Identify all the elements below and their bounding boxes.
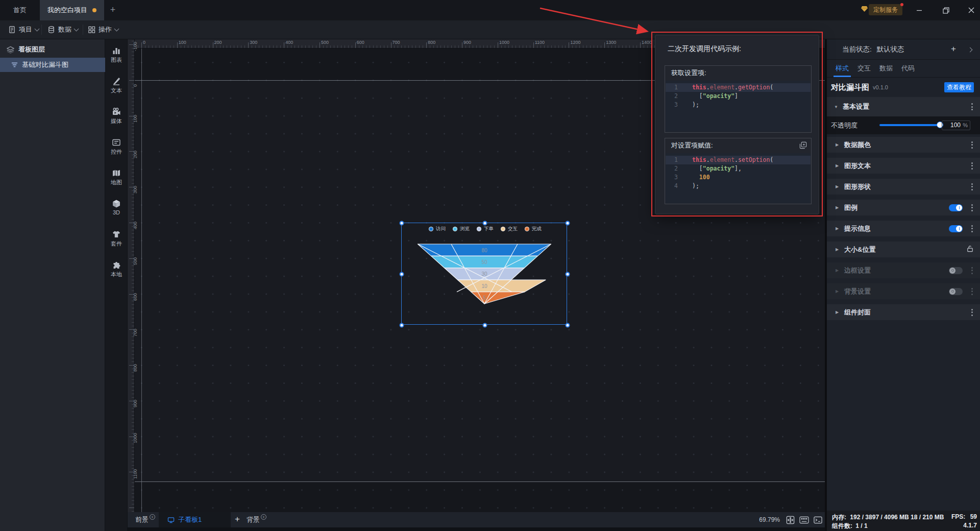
- selection-handle[interactable]: [566, 323, 570, 328]
- fit-view-button[interactable]: [785, 515, 795, 524]
- toolbar-item-media[interactable]: 媒体: [105, 107, 128, 125]
- selection-handle[interactable]: [566, 272, 570, 277]
- maximize-button[interactable]: [938, 3, 953, 17]
- caret-right-icon[interactable]: ▶: [836, 268, 841, 273]
- legend-item[interactable]: 访问: [429, 226, 446, 232]
- section-row-3[interactable]: ▶图形形状: [827, 179, 980, 195]
- add-background-icon[interactable]: +: [261, 514, 266, 520]
- caret-right-icon[interactable]: ▶: [836, 205, 841, 210]
- selection-handle[interactable]: [400, 221, 404, 226]
- toolbar-item-bar-chart[interactable]: 图表: [105, 46, 128, 64]
- gem-icon[interactable]: [861, 5, 868, 15]
- toolbar-item-widget[interactable]: 控件: [105, 138, 128, 156]
- menu-project[interactable]: 项目: [8, 20, 39, 39]
- tab-home[interactable]: 首页: [0, 0, 40, 20]
- caret-right-icon[interactable]: ▶: [836, 310, 841, 315]
- opacity-value-box[interactable]: 100 %: [942, 120, 970, 130]
- v-ruler-label: 200: [133, 151, 138, 158]
- selection-handle[interactable]: [400, 323, 404, 328]
- legend-item[interactable]: 完成: [525, 226, 542, 232]
- caret-right-icon[interactable]: ▶: [836, 184, 841, 189]
- section-row-2[interactable]: ▶图形文本: [827, 158, 980, 174]
- section-row-7[interactable]: ▶边框设置: [827, 262, 980, 278]
- kebab-menu-icon[interactable]: [970, 224, 974, 233]
- toolbar-item-kit[interactable]: 套件: [105, 230, 128, 248]
- h-ruler-label: 600: [357, 40, 364, 45]
- section-row-5[interactable]: ▶提示信息: [827, 221, 980, 236]
- basic-settings-row[interactable]: ▼ 基本设置: [827, 97, 980, 116]
- add-state-button[interactable]: +: [948, 39, 959, 60]
- add-board-button[interactable]: +: [231, 512, 243, 527]
- kebab-menu-icon[interactable]: [970, 102, 974, 111]
- media-icon: [105, 107, 128, 116]
- kebab-menu-icon[interactable]: [970, 308, 974, 317]
- custom-service-badge[interactable]: 定制服务: [869, 4, 902, 15]
- settings-tab-2[interactable]: 交互: [857, 60, 871, 77]
- bar-chart-icon: [105, 46, 128, 55]
- section-toggle[interactable]: [949, 225, 963, 232]
- foreground-label[interactable]: 前景+: [135, 512, 155, 527]
- toolbar-item-map[interactable]: 地图: [105, 168, 128, 186]
- section-row-8[interactable]: ▶背景设置: [827, 283, 980, 299]
- section-toggle[interactable]: [949, 204, 963, 211]
- close-button[interactable]: [964, 3, 979, 17]
- new-tab-button[interactable]: +: [107, 5, 118, 16]
- caret-right-icon[interactable]: ▶: [836, 247, 841, 252]
- shortcut-keys-button[interactable]: [799, 515, 809, 524]
- layer-item-funnel[interactable]: 基础对比漏斗图: [0, 58, 105, 72]
- toolbar-item-puzzle[interactable]: 本地: [105, 260, 128, 278]
- section-toggle[interactable]: [949, 288, 963, 295]
- kebab-menu-icon[interactable]: [970, 140, 974, 150]
- settings-tab-4[interactable]: 代码: [901, 60, 915, 77]
- app-window: 首页 我的空白项目 + 定制服务 项目: [0, 0, 980, 531]
- basic-settings-label: 基本设置: [843, 102, 869, 111]
- funnel-chart-widget[interactable]: 805030105 访问浏览下单交互完成: [401, 223, 567, 325]
- minimize-button[interactable]: [912, 3, 927, 17]
- kebab-menu-icon[interactable]: [970, 161, 974, 171]
- kebab-menu-icon[interactable]: [970, 266, 974, 275]
- selection-handle[interactable]: [566, 221, 570, 226]
- selection-handle[interactable]: [482, 221, 487, 226]
- opacity-slider[interactable]: [879, 124, 940, 126]
- chevron-right-icon[interactable]: [968, 47, 973, 53]
- caret-right-icon[interactable]: ▶: [836, 142, 841, 147]
- legend-item[interactable]: 交互: [501, 226, 518, 232]
- legend-item[interactable]: 浏览: [453, 226, 470, 232]
- funnel-layer-icon: [11, 62, 18, 68]
- section-row-9[interactable]: ▶组件封面: [827, 304, 980, 320]
- selection-handle[interactable]: [400, 272, 404, 277]
- layers-icon: [7, 46, 14, 54]
- section-toggle[interactable]: [949, 267, 963, 274]
- caret-right-icon[interactable]: ▶: [836, 163, 841, 168]
- menu-action[interactable]: 操作: [88, 20, 118, 39]
- settings-tab-1[interactable]: 样式: [836, 60, 849, 77]
- tab-project[interactable]: 我的空白项目: [40, 0, 104, 20]
- background-label[interactable]: 背景+: [247, 512, 266, 527]
- code-line: 1this.element.getOption(: [666, 83, 811, 92]
- zoom-level[interactable]: 69.79%: [759, 516, 780, 523]
- toolbar-item-cube[interactable]: 3D: [105, 199, 128, 215]
- section-row-6[interactable]: ▶大小&位置: [827, 242, 980, 257]
- board-tab-active[interactable]: 子看板1: [159, 512, 231, 527]
- tutorial-button[interactable]: 查看教程: [944, 82, 974, 92]
- toolbar-item-label: 文本: [105, 87, 128, 94]
- kebab-menu-icon[interactable]: [970, 203, 974, 212]
- caret-right-icon[interactable]: ▶: [836, 226, 841, 231]
- menu-data[interactable]: 数据: [47, 20, 78, 39]
- settings-tab-3[interactable]: 数据: [879, 60, 893, 77]
- lock-icon[interactable]: [966, 245, 974, 254]
- v-ruler-label: 300: [133, 186, 138, 194]
- section-row-4[interactable]: ▶图例: [827, 200, 980, 215]
- component-count-status: 组件数: 1 / 1: [832, 522, 868, 530]
- selection-handle[interactable]: [482, 323, 487, 328]
- section-row-1[interactable]: ▶数据颜色: [827, 137, 980, 153]
- current-state-row[interactable]: 当前状态: 默认状态 +: [827, 39, 980, 60]
- add-foreground-icon[interactable]: +: [150, 514, 155, 520]
- kebab-menu-icon[interactable]: [970, 182, 974, 191]
- toolbar-item-text[interactable]: 文本: [105, 77, 128, 94]
- copy-icon[interactable]: [799, 141, 807, 151]
- caret-right-icon[interactable]: ▶: [836, 289, 841, 294]
- kebab-menu-icon[interactable]: [970, 287, 974, 296]
- legend-item[interactable]: 下单: [477, 226, 494, 232]
- console-button[interactable]: [813, 515, 823, 524]
